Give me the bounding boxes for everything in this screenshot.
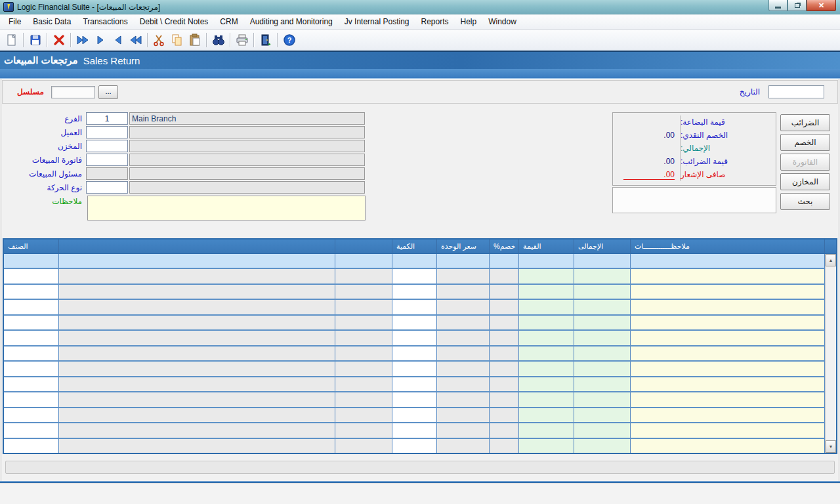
date-input[interactable]	[768, 85, 824, 98]
grid-cell[interactable]	[335, 439, 392, 453]
grid-cell[interactable]	[490, 269, 519, 283]
grid-cell[interactable]	[4, 377, 59, 391]
grid-cell[interactable]	[519, 316, 574, 329]
grid-cell[interactable]	[59, 362, 335, 375]
grid-cell[interactable]	[631, 362, 825, 375]
grid-cell[interactable]	[437, 300, 490, 314]
grid-cell[interactable]	[519, 377, 574, 391]
grid-cell[interactable]	[59, 346, 335, 360]
grid-cell[interactable]	[59, 331, 335, 345]
grid-cell[interactable]	[519, 408, 574, 422]
grid-cell[interactable]	[4, 423, 59, 437]
nav-double-left-icon[interactable]	[127, 32, 144, 49]
grid-cell[interactable]	[59, 423, 335, 437]
grid-cell[interactable]	[4, 439, 59, 453]
print-icon[interactable]	[233, 32, 251, 49]
grid-cell[interactable]	[4, 316, 59, 329]
save-icon[interactable]	[26, 32, 44, 49]
menu-item[interactable]: Jv Internal Posting	[339, 15, 415, 28]
grid-cell[interactable]	[519, 331, 574, 345]
grid-cell[interactable]	[392, 408, 437, 422]
grid-cell[interactable]	[437, 316, 490, 329]
nav-right-icon[interactable]	[91, 32, 109, 49]
grid-cell[interactable]	[4, 285, 59, 299]
grid-cell[interactable]	[437, 346, 490, 360]
grid-cell[interactable]	[490, 346, 519, 360]
minimize-button[interactable]	[768, 0, 788, 11]
grid-cell[interactable]	[574, 362, 631, 375]
grid-cell[interactable]	[59, 316, 335, 329]
grid-cell[interactable]	[392, 423, 437, 437]
exit-icon[interactable]	[257, 32, 274, 49]
grid-cell[interactable]	[574, 331, 631, 345]
grid-cell[interactable]	[335, 269, 392, 283]
grid-cell[interactable]	[335, 392, 392, 406]
scroll-down-icon[interactable]: ▼	[826, 440, 836, 453]
grid-cell[interactable]	[335, 331, 392, 345]
grid-cell[interactable]	[490, 285, 519, 299]
menu-item[interactable]: CRM	[214, 15, 243, 28]
grid-cell[interactable]	[490, 254, 519, 268]
grid-cell[interactable]	[574, 254, 631, 268]
field-code-input[interactable]	[86, 140, 128, 152]
menu-item[interactable]: Debit \ Credit Notes	[134, 15, 215, 28]
grid-cell[interactable]	[574, 408, 631, 422]
menu-item[interactable]: Auditing and Monitoring	[244, 15, 339, 28]
menu-item[interactable]: Window	[482, 15, 522, 28]
grid-cell[interactable]	[574, 392, 631, 406]
grid-cell[interactable]	[335, 285, 392, 299]
grid-cell[interactable]	[519, 439, 574, 453]
grid-cell[interactable]	[631, 346, 825, 360]
delete-icon[interactable]	[50, 32, 68, 49]
grid-cell[interactable]	[335, 300, 392, 314]
grid-cell[interactable]	[574, 439, 631, 453]
grid-cell[interactable]	[519, 423, 574, 437]
grid-cell[interactable]	[519, 254, 574, 268]
grid-cell[interactable]	[631, 439, 825, 453]
grid-cell[interactable]	[631, 300, 825, 314]
grid-cell[interactable]	[519, 269, 574, 283]
grid-cell[interactable]	[490, 331, 519, 345]
field-code-input[interactable]	[86, 154, 128, 166]
field-code-input[interactable]	[86, 181, 128, 194]
grid-cell[interactable]	[631, 392, 825, 406]
paste-icon[interactable]	[186, 32, 203, 49]
grid-cell[interactable]	[437, 377, 490, 391]
grid-cell[interactable]	[4, 408, 59, 422]
grid-cell[interactable]	[392, 346, 437, 360]
grid-cell[interactable]	[59, 285, 335, 299]
grid-cell[interactable]	[631, 316, 825, 329]
grid-cell[interactable]	[519, 300, 574, 314]
grid-cell[interactable]	[335, 377, 392, 391]
grid-cell[interactable]	[4, 331, 59, 345]
grid-cell[interactable]	[574, 285, 631, 299]
grid-cell[interactable]	[392, 362, 437, 375]
grid-cell[interactable]	[519, 362, 574, 375]
grid-cell[interactable]	[437, 269, 490, 283]
restore-button[interactable]	[788, 0, 807, 11]
grid-cell[interactable]	[490, 439, 519, 453]
grid-cell[interactable]	[392, 254, 437, 268]
grid-cell[interactable]	[392, 300, 437, 314]
side-button[interactable]: الضرائب	[780, 114, 830, 131]
grid-cell[interactable]	[4, 346, 59, 360]
grid-cell[interactable]	[574, 300, 631, 314]
serial-input[interactable]	[51, 86, 95, 98]
grid-cell[interactable]	[392, 269, 437, 283]
menu-item[interactable]: Reports	[415, 15, 454, 28]
grid-cell[interactable]	[392, 392, 437, 406]
grid-cell[interactable]	[392, 439, 437, 453]
grid-cell[interactable]	[392, 331, 437, 345]
grid-cell[interactable]	[437, 285, 490, 299]
grid-cell[interactable]	[519, 285, 574, 299]
grid-cell[interactable]	[59, 439, 335, 453]
grid-cell[interactable]	[519, 392, 574, 406]
grid-cell[interactable]	[631, 285, 825, 299]
grid-cell[interactable]	[335, 346, 392, 360]
grid-cell[interactable]	[392, 285, 437, 299]
grid-cell[interactable]	[574, 423, 631, 437]
grid-cell[interactable]	[437, 331, 490, 345]
scroll-up-icon[interactable]: ▲	[826, 254, 836, 266]
notes-input[interactable]	[87, 196, 366, 220]
grid-cell[interactable]	[437, 392, 490, 406]
